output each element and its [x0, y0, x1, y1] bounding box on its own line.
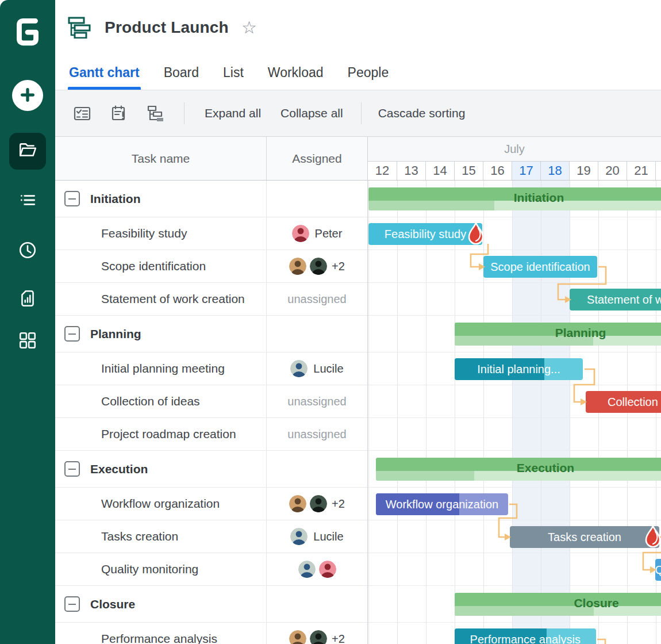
column-header-task-name[interactable]: Task name: [55, 137, 266, 180]
task-bar-scope-identification[interactable]: Scope identification: [483, 256, 597, 278]
task-name-cell[interactable]: Scope identification: [55, 250, 266, 282]
task-bar-initial-planning[interactable]: Initial planning...: [455, 358, 583, 380]
task-bar-performance-analysis[interactable]: Performance analysis: [455, 628, 596, 644]
task-name-cell[interactable]: Quality monitoring: [55, 553, 266, 585]
group-name-label: Initiation: [90, 192, 141, 206]
table-row-task: Workflow organization+2: [55, 488, 367, 520]
assigned-cell[interactable]: [266, 316, 367, 352]
task-bar-collection-of-ideas[interactable]: Collection of ideas: [586, 391, 661, 413]
more-assignees-count: +2: [332, 260, 345, 273]
bar-label: Tasks creation: [510, 531, 659, 544]
app-logo-g[interactable]: [13, 13, 43, 49]
avatar-lucile: [298, 561, 316, 578]
column-header-assigned[interactable]: Assigned: [266, 137, 367, 180]
grid-hline: [368, 585, 661, 586]
task-name-cell[interactable]: Initiation: [55, 181, 266, 217]
group-bar-planning[interactable]: Planning: [455, 323, 661, 346]
sidebar-item-projects[interactable]: [9, 133, 46, 170]
tab-board[interactable]: Board: [164, 55, 199, 90]
bar-label: Workflow organization: [376, 498, 508, 511]
sidebar-item-apps[interactable]: [9, 323, 46, 360]
grid-hline: [368, 217, 661, 217]
tab-gantt-chart[interactable]: Gantt chart: [69, 55, 140, 90]
task-name-cell[interactable]: Tasks creation: [55, 520, 266, 553]
assignee-name: Lucile: [313, 362, 343, 375]
task-name-cell[interactable]: Performance analysis: [55, 623, 266, 644]
project-gantt-icon: [68, 17, 91, 39]
grid-hline: [368, 352, 661, 352]
avatar-sunglasses: [289, 495, 306, 512]
task-bar-feasibility-study[interactable]: Feasibility study: [368, 223, 482, 245]
tab-people[interactable]: People: [348, 55, 389, 90]
assigned-cell[interactable]: [266, 586, 367, 622]
assigned-cell[interactable]: [266, 451, 367, 487]
grid-hline: [368, 622, 661, 623]
table-row-task: Quality monitoring: [55, 553, 367, 586]
grid-hline: [368, 520, 661, 520]
assigned-cell[interactable]: [266, 181, 367, 217]
task-name-label: Workflow organization: [101, 497, 220, 511]
task-name-cell[interactable]: Workflow organization: [55, 488, 266, 520]
collapse-toggle[interactable]: [64, 326, 80, 342]
group-bar-execution[interactable]: Execution: [376, 458, 661, 481]
month-header: July: [368, 137, 661, 162]
tab-workload[interactable]: Workload: [268, 55, 324, 90]
task-bar-statement-of-work-creation[interactable]: Statement of work creation: [570, 289, 661, 310]
assigned-cell[interactable]: [266, 553, 367, 585]
task-name-cell[interactable]: Closure: [55, 586, 266, 622]
cascade-sorting-button[interactable]: Cascade sorting: [368, 103, 475, 124]
day-header-17: 17: [512, 162, 540, 180]
grid-icon: [18, 331, 37, 352]
day-header-19: 19: [569, 162, 598, 180]
tab-bar: Gantt chartBoardListWorkloadPeople: [55, 55, 661, 90]
task-checklist-icon[interactable]: [72, 103, 92, 123]
task-bar-workflow-organization[interactable]: Workflow organization: [376, 493, 508, 515]
assigned-cell[interactable]: unassigned: [266, 418, 367, 450]
task-name-cell[interactable]: Collection of ideas: [55, 385, 266, 417]
add-button[interactable]: [12, 80, 43, 111]
sidebar-item-task-list[interactable]: [9, 183, 46, 220]
toolbar-divider: [361, 102, 362, 124]
task-name-cell[interactable]: Initial planning meeting: [55, 352, 266, 385]
grid-hline: [368, 450, 661, 451]
group-name-label: Closure: [90, 597, 135, 611]
day-header-20: 20: [598, 162, 627, 180]
group-bar-closure[interactable]: Closure: [455, 593, 661, 616]
table-header: Task name Assigned: [55, 137, 367, 181]
assigned-cell[interactable]: +2: [266, 488, 367, 520]
assigned-cell[interactable]: unassigned: [266, 283, 367, 315]
collapse-all-button[interactable]: Collapse all: [271, 103, 353, 124]
collapse-toggle[interactable]: [64, 596, 80, 612]
task-name-cell[interactable]: Statement of work creation: [55, 283, 266, 315]
more-assignees-count: +2: [332, 497, 345, 511]
avatar-peter: [319, 561, 336, 578]
avatar-dark: [310, 495, 327, 512]
timeline-panel: July 12131415161718192021 InitiationFeas…: [367, 137, 661, 644]
task-name-cell[interactable]: Execution: [55, 451, 266, 487]
star-outline-icon[interactable]: ☆: [241, 19, 257, 36]
bar-label: Closure: [455, 596, 661, 610]
assigned-cell[interactable]: +2: [266, 250, 367, 282]
collapse-toggle[interactable]: [64, 461, 80, 477]
assigned-cell[interactable]: Lucile: [266, 352, 367, 385]
task-name-cell[interactable]: Feasibility study: [55, 217, 266, 250]
assigned-cell[interactable]: +2: [266, 623, 367, 644]
day-header-row: 12131415161718192021: [368, 162, 661, 181]
task-structure-icon[interactable]: [146, 103, 166, 123]
task-name-cell[interactable]: Project roadmap creation: [55, 418, 266, 450]
group-bar-initiation[interactable]: Initiation: [368, 187, 661, 210]
assigned-cell[interactable]: Peter: [266, 217, 367, 250]
task-name-cell[interactable]: Planning: [55, 316, 266, 352]
collapse-toggle[interactable]: [64, 191, 80, 206]
sidebar-item-history[interactable]: [9, 233, 46, 270]
page-title[interactable]: Product Launch: [105, 18, 229, 37]
assigned-cell[interactable]: Lucile: [266, 520, 367, 553]
sidebar-item-reports[interactable]: [9, 281, 46, 318]
assigned-cell[interactable]: unassigned: [266, 385, 367, 417]
task-bar-quality-monitoring[interactable]: Quality monitoring: [655, 559, 661, 581]
deadline-alert-icon[interactable]: [109, 103, 129, 123]
task-bar-tasks-creation[interactable]: Tasks creation: [510, 526, 659, 548]
expand-all-button[interactable]: Expand all: [195, 103, 271, 124]
assignee-name: Lucile: [313, 530, 343, 543]
tab-list[interactable]: List: [223, 55, 244, 90]
